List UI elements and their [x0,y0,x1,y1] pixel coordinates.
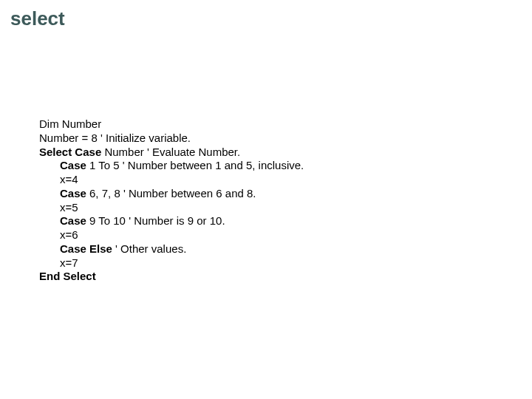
code-line: x=5 [39,201,532,215]
code-text: 6, 7, 8 ' Number between 6 and 8. [86,187,256,200]
code-text: x=4 [60,173,78,185]
code-line: Dim Number [39,117,532,132]
code-line: x=4 [39,173,532,187]
code-text: x=6 [60,228,78,241]
code-keyword: Select Case [39,146,101,158]
code-keyword: Case [60,159,86,171]
code-keyword: End Select [39,270,96,282]
code-line: x=7 [39,256,532,270]
code-keyword: Case Else [60,242,112,255]
code-line: Select Case Number ' Evaluate Number. [39,146,532,160]
code-text: 1 To 5 ' Number between 1 and 5, inclusi… [86,159,304,171]
code-text: Number = 8 ' Initialize variable. [39,132,191,144]
code-block: Dim Number Number = 8 ' Initialize varia… [0,30,532,284]
code-text: Number ' Evaluate Number. [101,146,240,158]
code-line: End Select [39,270,532,284]
code-text: ' Other values. [112,242,186,255]
code-line: Case 6, 7, 8 ' Number between 6 and 8. [39,187,532,201]
code-line: Case 1 To 5 ' Number between 1 and 5, in… [39,159,532,173]
code-keyword: Case [60,187,86,200]
code-keyword: Case [60,214,86,227]
code-text: 9 To 10 ' Number is 9 or 10. [86,214,225,227]
code-text: x=5 [60,201,78,214]
code-line: Case Else ' Other values. [39,242,532,256]
slide-title: select [0,0,532,30]
code-text: x=7 [60,256,78,269]
code-line: x=6 [39,228,532,242]
code-line: Number = 8 ' Initialize variable. [39,132,532,146]
code-line: Case 9 To 10 ' Number is 9 or 10. [39,214,532,228]
code-text: Dim Number [39,117,101,130]
